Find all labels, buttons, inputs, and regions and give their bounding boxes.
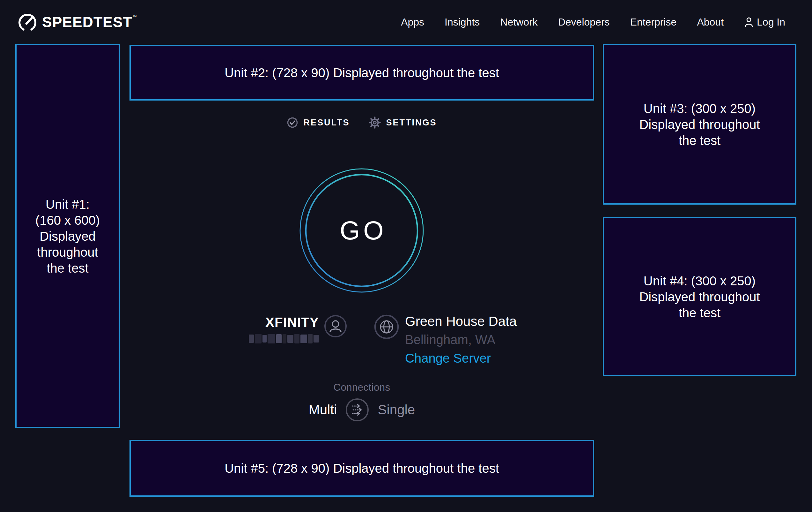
isp-detail-redacted [249, 333, 319, 344]
go-button[interactable]: GO [298, 167, 426, 294]
ad-unit-1-line: throughout [35, 244, 100, 260]
ad-unit-3-line: Unit #3: (300 x 250) [639, 101, 760, 116]
tab-results[interactable]: RESULTS [287, 117, 350, 128]
globe-icon [374, 314, 399, 340]
nav-item-insights[interactable]: Insights [444, 16, 480, 28]
ad-unit-3-line: Displayed throughout [639, 116, 760, 132]
ad-unit-2-text: Unit #2: (728 x 90) Displayed throughout… [225, 65, 499, 81]
tab-settings[interactable]: SETTINGS [368, 116, 437, 129]
person-circle-icon [324, 315, 347, 338]
ad-unit-4-rectangle: Unit #4: (300 x 250) Displayed throughou… [603, 217, 796, 376]
connections-label: Connections [129, 382, 594, 393]
gauge-icon [17, 12, 38, 32]
connections-toggle-row: Multi Single [129, 398, 594, 422]
nav-item-apps[interactable]: Apps [401, 16, 424, 28]
ad-unit-1-line: the test [35, 260, 100, 276]
tab-results-label: RESULTS [303, 118, 350, 128]
ad-unit-3-line: the test [639, 132, 760, 149]
server-globe[interactable] [374, 314, 399, 341]
isp-name[interactable]: XFINITY [242, 315, 319, 330]
ad-unit-5-leaderboard: Unit #5: (728 x 90) Displayed throughout… [129, 440, 594, 497]
ad-unit-4-line: Unit #4: (300 x 250) [639, 273, 760, 289]
ad-unit-1-line: Displayed [35, 228, 100, 244]
server-name: Green House Data [405, 314, 517, 329]
ad-unit-3-rectangle: Unit #3: (300 x 250) Displayed throughou… [603, 44, 796, 205]
ad-unit-1-skyscraper: Unit #1: (160 x 600) Displayed throughou… [15, 44, 120, 428]
ad-unit-4-line: Displayed throughout [639, 289, 760, 305]
speedtest-logo[interactable]: SPEEDTEST™ [17, 0, 138, 44]
ad-unit-5-text: Unit #5: (728 x 90) Displayed throughout… [225, 460, 499, 476]
speedtest-page: { "header": { "logo_text": "SPEEDTEST", … [0, 0, 812, 512]
go-button-label: GO [298, 167, 426, 294]
ad-unit-1-line: (160 x 600) [35, 212, 100, 228]
top-nav-bar: SPEEDTEST™ Apps Insights Network Develop… [0, 0, 812, 44]
nav-item-developers[interactable]: Developers [558, 16, 610, 28]
change-server-link[interactable]: Change Server [405, 351, 517, 365]
ad-unit-1-line: Unit #1: [35, 196, 100, 212]
connections-single-option[interactable]: Single [378, 402, 415, 417]
nav-item-about[interactable]: About [697, 16, 724, 28]
multi-stream-arrows-icon[interactable] [345, 398, 369, 422]
tab-settings-label: SETTINGS [386, 118, 437, 128]
ad-unit-2-leaderboard: Unit #2: (728 x 90) Displayed throughout… [129, 45, 594, 101]
ad-unit-4-line: the test [639, 305, 760, 321]
main-nav: Apps Insights Network Developers Enterpr… [401, 0, 785, 44]
server-location: Bellingham, WA [405, 332, 517, 347]
gear-icon [368, 116, 381, 129]
check-circle-icon [287, 117, 298, 128]
logo-trademark: ™ [133, 14, 138, 19]
login-button[interactable]: Log In [744, 16, 785, 28]
results-settings-tabs: RESULTS SETTINGS [129, 115, 594, 130]
logo-text: SPEEDTEST™ [42, 14, 138, 31]
nav-item-enterprise[interactable]: Enterprise [630, 16, 677, 28]
nav-item-network[interactable]: Network [500, 16, 538, 28]
isp-avatar[interactable] [324, 315, 347, 339]
server-info: Green House Data Bellingham, WA Change S… [405, 314, 517, 365]
person-icon [744, 17, 754, 27]
login-label: Log In [757, 16, 785, 28]
connections-multi-option[interactable]: Multi [309, 402, 337, 417]
